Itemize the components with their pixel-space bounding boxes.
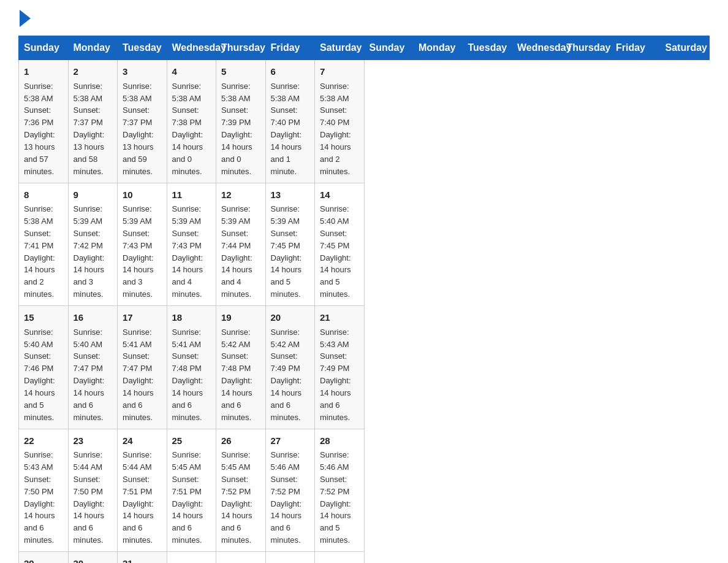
calendar-cell: 20Sunrise: 5:42 AMSunset: 7:49 PMDayligh… xyxy=(265,306,315,429)
calendar-cell: 13Sunrise: 5:39 AMSunset: 7:45 PMDayligh… xyxy=(265,183,315,306)
day-number: 26 xyxy=(221,434,260,448)
calendar-header-row: SundayMondayTuesdayWednesdayThursdayFrid… xyxy=(19,36,710,60)
col-header-monday: Monday xyxy=(414,36,463,60)
calendar-cell xyxy=(315,552,365,564)
day-info: Sunrise: 5:38 AMSunset: 7:39 PMDaylight:… xyxy=(221,82,252,176)
calendar-cell: 21Sunrise: 5:43 AMSunset: 7:49 PMDayligh… xyxy=(315,306,365,429)
day-info: Sunrise: 5:44 AMSunset: 7:51 PMDaylight:… xyxy=(123,450,154,545)
col-header-saturday: Saturday xyxy=(660,36,710,60)
day-number: 22 xyxy=(24,434,63,448)
day-info: Sunrise: 5:38 AMSunset: 7:37 PMDaylight:… xyxy=(123,82,154,176)
day-info: Sunrise: 5:44 AMSunset: 7:50 PMDaylight:… xyxy=(74,450,105,545)
col-header-sunday: Sunday xyxy=(19,36,69,60)
day-number: 7 xyxy=(320,65,359,79)
day-number: 27 xyxy=(271,434,310,448)
calendar-cell: 26Sunrise: 5:45 AMSunset: 7:52 PMDayligh… xyxy=(216,429,266,552)
calendar-cell: 18Sunrise: 5:41 AMSunset: 7:48 PMDayligh… xyxy=(167,306,216,429)
calendar-cell: 17Sunrise: 5:41 AMSunset: 7:47 PMDayligh… xyxy=(118,306,167,429)
col-header-wednesday: Wednesday xyxy=(167,36,216,60)
calendar-week-row: 29Sunrise: 5:47 AMSunset: 7:53 PMDayligh… xyxy=(19,552,710,564)
day-info: Sunrise: 5:39 AMSunset: 7:45 PMDaylight:… xyxy=(271,204,302,299)
day-number: 14 xyxy=(320,188,359,202)
calendar-cell: 9Sunrise: 5:39 AMSunset: 7:42 PMDaylight… xyxy=(68,183,118,306)
day-number: 21 xyxy=(320,311,359,324)
day-info: Sunrise: 5:43 AMSunset: 7:49 PMDaylight:… xyxy=(320,327,351,422)
calendar-cell: 15Sunrise: 5:40 AMSunset: 7:46 PMDayligh… xyxy=(19,306,69,429)
day-info: Sunrise: 5:45 AMSunset: 7:51 PMDaylight:… xyxy=(172,450,203,545)
day-info: Sunrise: 5:39 AMSunset: 7:42 PMDaylight:… xyxy=(74,204,105,299)
day-info: Sunrise: 5:43 AMSunset: 7:50 PMDaylight:… xyxy=(24,450,55,545)
col-header-friday: Friday xyxy=(265,36,315,60)
col-header-friday: Friday xyxy=(611,36,661,60)
day-info: Sunrise: 5:39 AMSunset: 7:44 PMDaylight:… xyxy=(221,204,252,299)
day-number: 13 xyxy=(271,188,310,202)
calendar-cell: 23Sunrise: 5:44 AMSunset: 7:50 PMDayligh… xyxy=(68,429,118,552)
calendar-week-row: 8Sunrise: 5:38 AMSunset: 7:41 PMDaylight… xyxy=(19,183,710,306)
day-info: Sunrise: 5:42 AMSunset: 7:49 PMDaylight:… xyxy=(271,327,302,422)
calendar-table: SundayMondayTuesdayWednesdayThursdayFrid… xyxy=(18,36,710,563)
calendar-week-row: 15Sunrise: 5:40 AMSunset: 7:46 PMDayligh… xyxy=(19,306,710,429)
day-info: Sunrise: 5:41 AMSunset: 7:48 PMDaylight:… xyxy=(172,327,203,422)
day-info: Sunrise: 5:42 AMSunset: 7:48 PMDaylight:… xyxy=(221,327,252,422)
logo xyxy=(18,12,31,23)
col-header-wednesday: Wednesday xyxy=(512,36,562,60)
day-number: 16 xyxy=(74,311,113,324)
day-info: Sunrise: 5:38 AMSunset: 7:36 PMDaylight:… xyxy=(24,82,55,176)
calendar-cell: 14Sunrise: 5:40 AMSunset: 7:45 PMDayligh… xyxy=(315,183,365,306)
day-info: Sunrise: 5:38 AMSunset: 7:41 PMDaylight:… xyxy=(24,204,55,299)
day-number: 1 xyxy=(24,65,63,79)
day-number: 15 xyxy=(24,311,63,324)
day-number: 29 xyxy=(24,557,63,563)
day-info: Sunrise: 5:39 AMSunset: 7:43 PMDaylight:… xyxy=(172,204,203,299)
col-header-monday: Monday xyxy=(68,36,118,60)
day-number: 28 xyxy=(320,434,359,448)
page-header xyxy=(18,12,710,23)
calendar-cell: 2Sunrise: 5:38 AMSunset: 7:37 PMDaylight… xyxy=(68,60,118,183)
calendar-cell: 10Sunrise: 5:39 AMSunset: 7:43 PMDayligh… xyxy=(118,183,167,306)
calendar-cell: 22Sunrise: 5:43 AMSunset: 7:50 PMDayligh… xyxy=(19,429,69,552)
calendar-cell: 3Sunrise: 5:38 AMSunset: 7:37 PMDaylight… xyxy=(118,60,167,183)
calendar-cell: 11Sunrise: 5:39 AMSunset: 7:43 PMDayligh… xyxy=(167,183,216,306)
day-number: 8 xyxy=(24,188,63,202)
day-info: Sunrise: 5:38 AMSunset: 7:40 PMDaylight:… xyxy=(320,82,351,176)
calendar-cell: 7Sunrise: 5:38 AMSunset: 7:40 PMDaylight… xyxy=(315,60,365,183)
calendar-cell xyxy=(167,552,216,564)
day-info: Sunrise: 5:46 AMSunset: 7:52 PMDaylight:… xyxy=(320,450,351,545)
day-number: 30 xyxy=(74,557,113,563)
calendar-week-row: 22Sunrise: 5:43 AMSunset: 7:50 PMDayligh… xyxy=(19,429,710,552)
day-number: 24 xyxy=(123,434,162,448)
calendar-cell: 12Sunrise: 5:39 AMSunset: 7:44 PMDayligh… xyxy=(216,183,266,306)
day-info: Sunrise: 5:45 AMSunset: 7:52 PMDaylight:… xyxy=(221,450,252,545)
calendar-cell: 8Sunrise: 5:38 AMSunset: 7:41 PMDaylight… xyxy=(19,183,69,306)
day-number: 17 xyxy=(123,311,162,324)
day-number: 2 xyxy=(74,65,113,79)
day-number: 9 xyxy=(74,188,113,202)
logo-arrow-icon xyxy=(20,10,31,27)
day-number: 31 xyxy=(123,557,162,563)
day-number: 18 xyxy=(172,311,211,324)
day-info: Sunrise: 5:38 AMSunset: 7:37 PMDaylight:… xyxy=(74,82,105,176)
day-number: 6 xyxy=(271,65,310,79)
col-header-saturday: Saturday xyxy=(315,36,365,60)
calendar-cell: 19Sunrise: 5:42 AMSunset: 7:48 PMDayligh… xyxy=(216,306,266,429)
col-header-tuesday: Tuesday xyxy=(118,36,167,60)
day-number: 4 xyxy=(172,65,211,79)
calendar-cell: 24Sunrise: 5:44 AMSunset: 7:51 PMDayligh… xyxy=(118,429,167,552)
calendar-cell: 31Sunrise: 5:49 AMSunset: 7:53 PMDayligh… xyxy=(118,552,167,564)
col-header-thursday: Thursday xyxy=(216,36,266,60)
day-info: Sunrise: 5:40 AMSunset: 7:45 PMDaylight:… xyxy=(320,204,351,299)
day-info: Sunrise: 5:41 AMSunset: 7:47 PMDaylight:… xyxy=(123,327,154,422)
calendar-cell: 4Sunrise: 5:38 AMSunset: 7:38 PMDaylight… xyxy=(167,60,216,183)
day-number: 12 xyxy=(221,188,260,202)
day-info: Sunrise: 5:39 AMSunset: 7:43 PMDaylight:… xyxy=(123,204,154,299)
calendar-week-row: 1Sunrise: 5:38 AMSunset: 7:36 PMDaylight… xyxy=(19,60,710,183)
day-info: Sunrise: 5:38 AMSunset: 7:38 PMDaylight:… xyxy=(172,82,203,176)
calendar-cell: 29Sunrise: 5:47 AMSunset: 7:53 PMDayligh… xyxy=(19,552,69,564)
calendar-cell: 6Sunrise: 5:38 AMSunset: 7:40 PMDaylight… xyxy=(265,60,315,183)
day-info: Sunrise: 5:40 AMSunset: 7:47 PMDaylight:… xyxy=(74,327,105,422)
calendar-cell xyxy=(265,552,315,564)
calendar-cell: 1Sunrise: 5:38 AMSunset: 7:36 PMDaylight… xyxy=(19,60,69,183)
day-number: 25 xyxy=(172,434,211,448)
col-header-tuesday: Tuesday xyxy=(463,36,512,60)
day-number: 3 xyxy=(123,65,162,79)
